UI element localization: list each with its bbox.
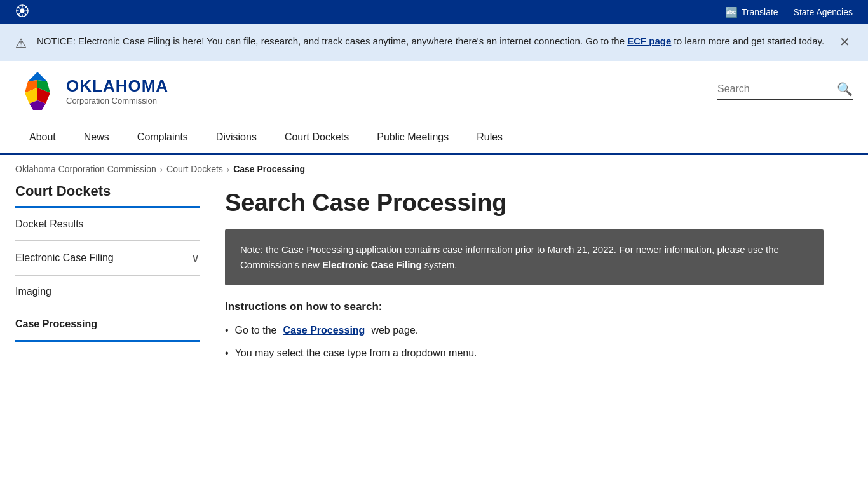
sidebar: Court Dockets Docket Results Electronic … xyxy=(15,183,200,367)
breadcrumb: Oklahoma Corporation Commission › Court … xyxy=(0,155,868,183)
breadcrumb-current: Case Processing xyxy=(233,164,305,174)
ecf-link[interactable]: ECF page xyxy=(627,36,671,46)
nav-item-divisions[interactable]: Divisions xyxy=(202,121,271,155)
nav-item-court-dockets[interactable]: Court Dockets xyxy=(271,121,363,155)
svg-line-7 xyxy=(25,13,27,15)
translate-icon: 🔤 xyxy=(725,6,738,18)
breadcrumb-court-dockets[interactable]: Court Dockets xyxy=(166,164,223,174)
logo-oklahoma: OKLAHOMA xyxy=(66,76,168,96)
breadcrumb-sep-1: › xyxy=(160,165,163,174)
nav-item-about[interactable]: About xyxy=(15,121,70,155)
ecf-system-link[interactable]: Electronic Case Filing xyxy=(322,259,422,270)
state-agencies-label: State Agencies xyxy=(794,7,853,17)
sidebar-item-ecf[interactable]: Electronic Case Filing ∨ xyxy=(15,241,200,276)
nav-item-public-meetings[interactable]: Public Meetings xyxy=(363,121,463,155)
site-logo-link[interactable]: OKLAHOMA Corporation Commission xyxy=(15,69,168,113)
sidebar-title: Court Dockets xyxy=(15,183,200,208)
chevron-down-icon: ∨ xyxy=(191,251,200,265)
search-button[interactable]: 🔍 xyxy=(837,81,853,97)
main-content: Search Case Processing Note: the Case Pr… xyxy=(225,183,824,367)
sidebar-item-docket-results[interactable]: Docket Results xyxy=(15,208,200,241)
main-nav: About News Complaints Divisions Court Do… xyxy=(0,121,868,155)
sidebar-item-case-processing-label: Case Processing xyxy=(15,318,97,330)
nav-item-complaints[interactable]: Complaints xyxy=(123,121,202,155)
info-box-text-before: Note: the Case Processing application co… xyxy=(240,244,779,270)
translate-label: Translate xyxy=(742,7,778,17)
breadcrumb-sep-2: › xyxy=(227,165,229,174)
sidebar-item-case-processing[interactable]: Case Processing xyxy=(15,308,200,342)
notice-text-before: NOTICE: Electronic Case Filing is here! … xyxy=(37,36,627,46)
nav-item-news[interactable]: News xyxy=(70,121,123,155)
svg-line-8 xyxy=(25,6,27,8)
state-agencies-link[interactable]: State Agencies xyxy=(794,7,853,17)
svg-point-1 xyxy=(20,8,24,13)
main-layout: Court Dockets Docket Results Electronic … xyxy=(0,183,839,393)
info-box-text-after: system. xyxy=(422,259,458,270)
logo-text: OKLAHOMA Corporation Commission xyxy=(66,76,168,105)
sidebar-item-docket-results-label: Docket Results xyxy=(15,219,84,230)
sidebar-item-imaging[interactable]: Imaging xyxy=(15,276,200,308)
instruction-2-text: You may select the case type from a drop… xyxy=(235,345,477,362)
notice-banner: ⚠ NOTICE: Electronic Case Filing is here… xyxy=(0,24,868,61)
instruction-1-text-before: Go to the xyxy=(235,322,277,339)
sidebar-item-ecf-label: Electronic Case Filing xyxy=(15,252,114,264)
nav-item-rules[interactable]: Rules xyxy=(463,121,517,155)
svg-marker-10 xyxy=(28,72,47,81)
case-processing-link[interactable]: Case Processing xyxy=(283,322,365,339)
logo-sub: Corporation Commission xyxy=(66,96,168,105)
notice-text-after: to learn more and get started today. xyxy=(671,36,824,46)
instruction-1-text-after: web page. xyxy=(371,322,418,339)
translate-link[interactable]: 🔤 Translate xyxy=(725,6,778,18)
info-box: Note: the Case Processing application co… xyxy=(225,229,824,285)
sidebar-item-imaging-label: Imaging xyxy=(15,286,51,297)
search-area: 🔍 xyxy=(717,81,853,100)
instruction-item-1: Go to the Case Processing web page. xyxy=(225,322,824,339)
breadcrumb-home[interactable]: Oklahoma Corporation Commission xyxy=(15,164,156,174)
page-title: Search Case Processing xyxy=(225,189,824,217)
search-input[interactable] xyxy=(717,83,832,95)
oklahoma-logo-svg xyxy=(15,69,60,113)
instructions-list: Go to the Case Processing web page. You … xyxy=(225,322,824,361)
site-header: OKLAHOMA Corporation Commission 🔍 xyxy=(0,61,868,121)
search-icon: 🔍 xyxy=(837,82,853,96)
instructions-title: Instructions on how to search: xyxy=(225,301,824,313)
notice-text: NOTICE: Electronic Case Filing is here! … xyxy=(37,34,824,49)
instruction-item-2: You may select the case type from a drop… xyxy=(225,345,824,362)
state-logo xyxy=(15,4,29,20)
svg-line-6 xyxy=(18,6,20,8)
warning-icon: ⚠ xyxy=(15,36,27,51)
svg-line-9 xyxy=(18,13,20,15)
top-bar: 🔤 Translate State Agencies xyxy=(0,0,868,24)
notice-close-button[interactable]: ✕ xyxy=(837,34,853,50)
